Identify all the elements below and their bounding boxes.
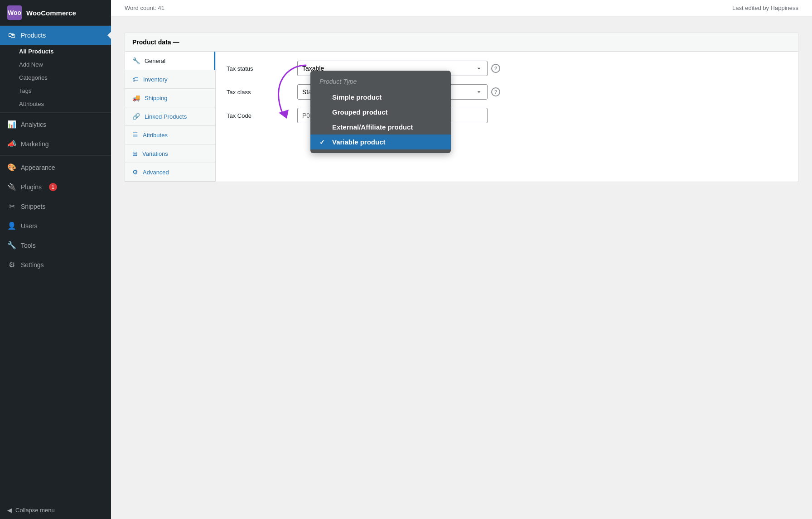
product-type-external[interactable]: External/Affiliate product <box>310 120 451 135</box>
tab-attributes-label: Attributes <box>143 132 168 139</box>
tab-variations-label: Variations <box>142 150 168 157</box>
inventory-tab-icon: 🏷 <box>132 76 139 83</box>
products-icon: 🛍 <box>7 31 16 39</box>
sidebar-item-appearance[interactable]: 🎨 Appearance <box>0 158 111 177</box>
collapse-menu-button[interactable]: ◀ Collapse menu <box>0 501 111 519</box>
tab-inventory-label: Inventory <box>143 76 167 83</box>
product-data-header: Product data — <box>125 33 798 52</box>
sidebar-plugins-label: Plugins <box>21 183 42 191</box>
sidebar-logo-text: WooCommerce <box>26 9 76 17</box>
attributes-tab-icon: ☰ <box>132 131 138 139</box>
sidebar-sub-add-new[interactable]: Add New <box>0 58 111 71</box>
sidebar-marketing-label: Marketing <box>21 140 48 148</box>
tab-general[interactable]: 🔧 General <box>125 52 215 70</box>
product-type-dropdown: Product Type Simple product Grouped prod… <box>310 71 451 153</box>
sidebar-analytics-label: Analytics <box>21 121 46 128</box>
sidebar-sub-categories[interactable]: Categories <box>0 71 111 84</box>
sidebar-item-products[interactable]: 🛍 Products <box>0 26 111 45</box>
main-content: Word count: 41 Last edited by Happiness … <box>111 0 812 519</box>
last-edited-text: Last edited by Happiness <box>732 5 798 11</box>
sidebar-sub-attributes[interactable]: Attributes <box>0 97 111 111</box>
tab-shipping[interactable]: 🚚 Shipping <box>125 89 215 107</box>
sidebar-item-plugins[interactable]: 🔌 Plugins 1 <box>0 177 111 197</box>
collapse-label: Collapse menu <box>15 507 55 514</box>
tax-class-label: Tax class <box>227 89 290 96</box>
product-type-grouped[interactable]: Grouped product <box>310 105 451 120</box>
word-count-text: Word count: 41 <box>125 5 164 11</box>
tab-shipping-label: Shipping <box>145 95 168 101</box>
tab-advanced-label: Advanced <box>143 169 169 176</box>
tab-linked-products[interactable]: 🔗 Linked Products <box>125 107 215 126</box>
tab-inventory[interactable]: 🏷 Inventory <box>125 70 215 89</box>
sidebar-item-snippets[interactable]: ✂ Snippets <box>0 197 111 216</box>
sidebar-item-settings[interactable]: ⚙ Settings <box>0 255 111 274</box>
analytics-icon: 📊 <box>7 120 16 129</box>
product-type-simple[interactable]: Simple product <box>310 90 451 105</box>
sidebar-settings-label: Settings <box>21 261 44 269</box>
settings-icon: ⚙ <box>7 260 16 269</box>
variations-tab-icon: ⊞ <box>132 150 138 157</box>
snippets-icon: ✂ <box>7 202 16 211</box>
collapse-icon: ◀ <box>7 507 12 514</box>
tax-code-label: Tax Code <box>227 112 290 119</box>
advanced-tab-icon: ⚙ <box>132 168 138 176</box>
product-data-section: Product data — 🔧 General 🏷 Inventory 🚚 <box>125 33 798 182</box>
tab-general-label: General <box>145 58 165 64</box>
sidebar-sub-all-products[interactable]: All Products <box>0 45 111 58</box>
divider-2 <box>0 155 111 156</box>
sidebar-item-tools[interactable]: 🔧 Tools <box>0 235 111 255</box>
sidebar-snippets-label: Snippets <box>21 203 45 210</box>
tools-icon: 🔧 <box>7 241 16 250</box>
linked-tab-icon: 🔗 <box>132 113 140 120</box>
appearance-icon: 🎨 <box>7 163 16 172</box>
tax-status-help[interactable]: ? <box>491 64 500 73</box>
content-area: Product data — 🔧 General 🏷 Inventory 🚚 <box>111 16 812 519</box>
divider-1 <box>0 112 111 113</box>
product-tabs: 🔧 General 🏷 Inventory 🚚 Shipping 🔗 Linke… <box>125 52 216 182</box>
dropdown-title: Product Type <box>310 74 451 90</box>
users-icon: 👤 <box>7 221 16 230</box>
plugins-badge: 1 <box>49 183 57 191</box>
product-panel: Tax status Taxable Shipping only None ? <box>216 52 798 182</box>
check-variable: ✓ <box>319 139 328 146</box>
product-data-body: 🔧 General 🏷 Inventory 🚚 Shipping 🔗 Linke… <box>125 52 798 182</box>
sidebar-products-label: Products <box>21 32 46 39</box>
sidebar-appearance-label: Appearance <box>21 164 55 171</box>
sidebar-item-marketing[interactable]: 📣 Marketing <box>0 134 111 154</box>
tab-linked-label: Linked Products <box>145 113 187 120</box>
sidebar-sub-tags[interactable]: Tags <box>0 84 111 97</box>
sidebar-tools-label: Tools <box>21 242 36 249</box>
word-count-bar: Word count: 41 Last edited by Happiness <box>111 0 812 16</box>
tax-status-label: Tax status <box>227 65 290 72</box>
marketing-icon: 📣 <box>7 139 16 148</box>
sidebar-item-analytics[interactable]: 📊 Analytics <box>0 115 111 134</box>
sidebar-logo[interactable]: Woo WooCommerce <box>0 0 111 26</box>
shipping-tab-icon: 🚚 <box>132 94 140 101</box>
tab-advanced[interactable]: ⚙ Advanced <box>125 163 215 182</box>
product-type-variable[interactable]: ✓ Variable product <box>310 135 451 149</box>
sidebar-users-label: Users <box>21 222 38 230</box>
general-tab-icon: 🔧 <box>132 57 140 64</box>
sidebar-item-users[interactable]: 👤 Users <box>0 216 111 235</box>
sidebar-arrow <box>107 32 111 39</box>
woo-icon: Woo <box>7 5 22 20</box>
plugins-icon: 🔌 <box>7 183 16 191</box>
tax-class-help[interactable]: ? <box>491 87 500 96</box>
tab-variations[interactable]: ⊞ Variations <box>125 144 215 163</box>
product-data-header-text: Product data — <box>132 38 179 46</box>
sidebar: Woo WooCommerce 🛍 Products All Products … <box>0 0 111 519</box>
tab-attributes[interactable]: ☰ Attributes <box>125 126 215 144</box>
